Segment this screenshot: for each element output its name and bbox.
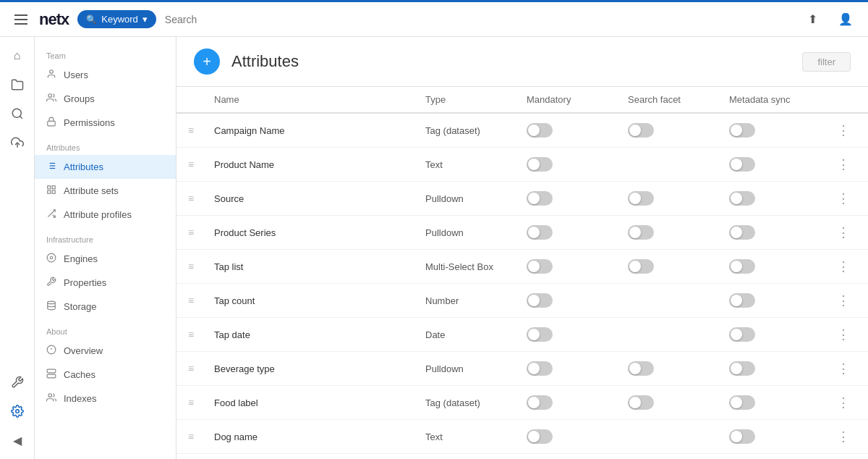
page-header: + Attributes filter bbox=[176, 37, 868, 87]
search-type-selector[interactable]: 🔍 Keyword ▾ bbox=[77, 10, 156, 28]
nav-item-permissions[interactable]: Permissions bbox=[35, 111, 176, 135]
indexes-icon bbox=[46, 392, 56, 405]
nav-item-groups[interactable]: Groups bbox=[35, 87, 176, 111]
search-input[interactable] bbox=[165, 14, 310, 25]
metadata-sync-toggle-6[interactable] bbox=[729, 327, 755, 342]
mandatory-toggle-0[interactable] bbox=[527, 123, 553, 138]
metadata-sync-toggle-2[interactable] bbox=[729, 191, 755, 206]
sidebar-collapse[interactable]: ◀ bbox=[4, 427, 30, 453]
drag-handle[interactable]: ≡ bbox=[188, 227, 214, 238]
add-attribute-button[interactable]: + bbox=[194, 49, 220, 75]
nav-item-overview[interactable]: Overview bbox=[35, 339, 176, 363]
search-facet-toggle-7[interactable] bbox=[628, 361, 654, 376]
row-type: Multi-Select Box bbox=[425, 261, 527, 272]
search-facet-toggle-4[interactable] bbox=[628, 259, 654, 274]
metadata-sync-toggle-1[interactable] bbox=[729, 157, 755, 172]
svg-rect-13 bbox=[48, 186, 51, 189]
user-icon[interactable]: 👤 bbox=[835, 9, 856, 30]
nav-item-indexes[interactable]: Indexes bbox=[35, 387, 176, 410]
drag-handle[interactable]: ≡ bbox=[188, 431, 214, 442]
nav-item-properties[interactable]: Properties bbox=[35, 271, 176, 295]
row-name: Tap list bbox=[214, 261, 425, 272]
row-more-button[interactable]: ⋮ bbox=[830, 327, 856, 342]
search-type-label: Keyword bbox=[101, 14, 138, 25]
svg-rect-15 bbox=[48, 190, 51, 193]
drag-handle[interactable]: ≡ bbox=[188, 397, 214, 408]
row-more-button[interactable]: ⋮ bbox=[830, 361, 856, 376]
svg-point-21 bbox=[48, 301, 56, 304]
drag-handle[interactable]: ≡ bbox=[188, 193, 214, 204]
row-more-button[interactable]: ⋮ bbox=[830, 190, 856, 206]
nav-item-users[interactable]: Users bbox=[35, 63, 176, 87]
metadata-sync-toggle-7[interactable] bbox=[729, 361, 755, 376]
nav-item-engines[interactable]: Engines bbox=[35, 247, 176, 271]
mandatory-toggle-7[interactable] bbox=[527, 361, 553, 376]
mandatory-toggle-1[interactable] bbox=[527, 157, 553, 172]
metadata-sync-toggle-4[interactable] bbox=[729, 259, 755, 274]
metadata-sync-toggle-5[interactable] bbox=[729, 293, 755, 308]
mandatory-toggle-8[interactable] bbox=[527, 395, 553, 410]
col-metadata-sync: Metadata sync bbox=[729, 94, 830, 105]
sidebar-tools[interactable] bbox=[4, 369, 30, 395]
sidebar-settings[interactable] bbox=[4, 398, 30, 424]
caches-icon bbox=[46, 369, 56, 381]
row-type: Pulldown bbox=[425, 193, 527, 204]
row-more-button[interactable]: ⋮ bbox=[830, 395, 856, 410]
icon-sidebar: ⌂ ◀ bbox=[0, 37, 35, 459]
nav-item-caches[interactable]: Caches bbox=[35, 363, 176, 387]
metadata-sync-toggle-8[interactable] bbox=[729, 395, 755, 410]
upload-icon[interactable]: ⬆ bbox=[801, 9, 823, 30]
row-type: Text bbox=[425, 159, 527, 170]
nav-item-storage[interactable]: Storage bbox=[35, 295, 176, 319]
topbar-left: netx 🔍 Keyword ▾ bbox=[12, 10, 793, 29]
metadata-sync-toggle-9[interactable] bbox=[729, 429, 755, 444]
drag-handle[interactable]: ≡ bbox=[188, 261, 214, 272]
about-section-label: About bbox=[35, 319, 176, 339]
filter-button[interactable]: filter bbox=[802, 52, 851, 72]
search-facet-toggle-3[interactable] bbox=[628, 225, 654, 240]
search-facet-toggle-8[interactable] bbox=[628, 395, 654, 410]
sidebar-folder[interactable] bbox=[4, 72, 30, 98]
search-facet-cell bbox=[628, 191, 729, 206]
mandatory-toggle-6[interactable] bbox=[527, 327, 553, 342]
mandatory-cell bbox=[527, 157, 628, 172]
mandatory-cell bbox=[527, 429, 628, 444]
mandatory-toggle-9[interactable] bbox=[527, 429, 553, 444]
svg-rect-26 bbox=[47, 374, 56, 378]
drag-handle[interactable]: ≡ bbox=[188, 363, 214, 374]
mandatory-toggle-2[interactable] bbox=[527, 191, 553, 206]
row-more-button[interactable]: ⋮ bbox=[830, 156, 856, 172]
metadata-sync-toggle-3[interactable] bbox=[729, 225, 755, 240]
sidebar-upload[interactable] bbox=[4, 130, 30, 156]
table-row: ≡ Upload Date Date ⋮ bbox=[176, 454, 868, 459]
nav-item-attributes[interactable]: Attributes bbox=[35, 155, 176, 179]
mandatory-toggle-5[interactable] bbox=[527, 293, 553, 308]
row-more-button[interactable]: ⋮ bbox=[830, 122, 856, 138]
row-more-button[interactable]: ⋮ bbox=[830, 258, 856, 274]
search-facet-toggle-2[interactable] bbox=[628, 191, 654, 206]
row-more-button[interactable]: ⋮ bbox=[830, 429, 856, 445]
mandatory-toggle-4[interactable] bbox=[527, 259, 553, 274]
nav-item-attribute-sets[interactable]: Attribute sets bbox=[35, 179, 176, 203]
metadata-sync-cell bbox=[729, 123, 830, 138]
table-header: Name Type Mandatory Search facet Metadat… bbox=[176, 87, 868, 114]
drag-handle[interactable]: ≡ bbox=[188, 295, 214, 306]
nav-item-attribute-profiles[interactable]: Attribute profiles bbox=[35, 203, 176, 227]
hamburger-menu[interactable] bbox=[12, 12, 30, 28]
drag-handle[interactable]: ≡ bbox=[188, 159, 214, 170]
storage-icon bbox=[46, 300, 56, 313]
row-more-button[interactable]: ⋮ bbox=[830, 224, 856, 240]
drag-handle[interactable]: ≡ bbox=[188, 125, 214, 136]
metadata-sync-toggle-0[interactable] bbox=[729, 123, 755, 138]
layout: ⌂ ◀ Team Users Grou bbox=[0, 37, 868, 459]
metadata-sync-cell bbox=[729, 361, 830, 376]
mandatory-toggle-3[interactable] bbox=[527, 225, 553, 240]
row-more-button[interactable]: ⋮ bbox=[830, 292, 856, 308]
overview-icon bbox=[46, 345, 56, 357]
search-facet-toggle-0[interactable] bbox=[628, 123, 654, 138]
drag-handle[interactable]: ≡ bbox=[188, 329, 214, 340]
sidebar-home[interactable]: ⌂ bbox=[4, 43, 30, 69]
sidebar-search[interactable] bbox=[4, 101, 30, 127]
row-type: Text bbox=[425, 431, 527, 442]
nav-engines-label: Engines bbox=[64, 253, 98, 264]
